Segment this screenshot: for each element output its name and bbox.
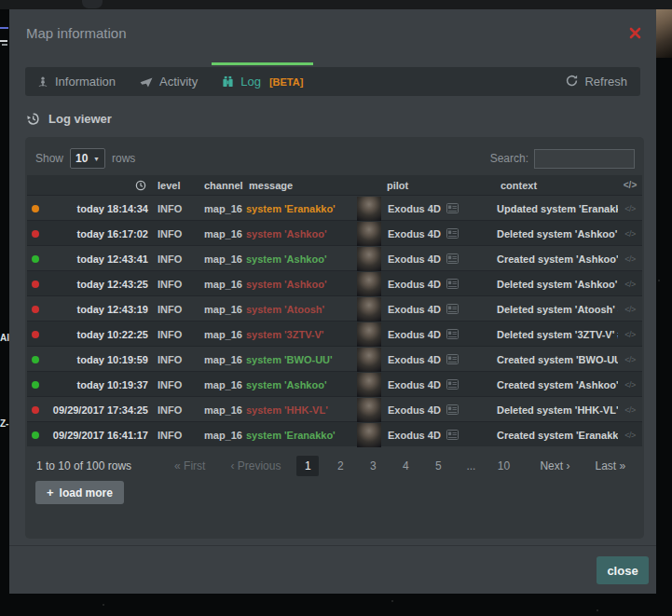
refresh-icon <box>566 75 578 89</box>
pilot-name: Exodus 4D <box>388 228 441 240</box>
log-panel: Show 10 ▼ rows Search: level channel mes… <box>25 137 644 539</box>
code-icon[interactable]: </> <box>618 330 642 339</box>
id-card-icon[interactable] <box>446 304 459 314</box>
table-row[interactable]: 09/29/2017 17:34:25 INFO map_16 system '… <box>27 396 642 421</box>
search-input[interactable] <box>534 149 635 169</box>
table-row[interactable]: today 12:43:19 INFO map_16 system 'Atoos… <box>27 295 642 321</box>
id-card-icon[interactable] <box>446 354 459 364</box>
page-size-select[interactable]: 10 ▼ <box>70 148 105 169</box>
table-row[interactable]: today 12:43:25 INFO map_16 system 'Ashko… <box>27 270 642 295</box>
id-card-icon[interactable] <box>446 203 459 213</box>
refresh-button[interactable]: Refresh <box>566 75 640 89</box>
code-icon[interactable]: </> <box>618 431 642 440</box>
table-row[interactable]: today 10:19:37 INFO map_16 system 'Ashko… <box>27 371 642 396</box>
close-icon[interactable] <box>629 26 641 38</box>
pilot-name: Exodus 4D <box>388 379 441 390</box>
status-dot <box>32 331 39 338</box>
table-row[interactable]: today 16:17:02 INFO map_16 system 'Ashko… <box>27 220 642 245</box>
code-icon[interactable]: </> <box>618 280 642 289</box>
pagination-first[interactable]: « First <box>174 459 205 472</box>
load-more-label: load more <box>60 486 113 500</box>
pagination-next[interactable]: Next › <box>540 459 569 472</box>
log-context: Created system 'Ashkoo' ... <box>497 379 618 390</box>
binoculars-icon <box>222 75 234 88</box>
id-card-icon[interactable] <box>446 379 459 390</box>
code-icon[interactable]: </> <box>618 254 642 264</box>
rows-label: rows <box>112 152 135 165</box>
pilot-avatar <box>357 398 381 422</box>
code-icon[interactable]: </> <box>618 229 642 239</box>
log-channel: map_16 <box>200 203 245 214</box>
pagination-page-10[interactable]: 10 <box>492 456 514 476</box>
pagination-previous[interactable]: ‹ Previous <box>230 459 281 472</box>
pagination-page-1[interactable]: 1 <box>296 456 319 476</box>
tab-log[interactable]: Log [BETA] <box>210 67 315 96</box>
pilot-cell: Exodus 4D <box>357 422 497 447</box>
log-message: system 'BWO-UU' <box>245 354 357 365</box>
header-message[interactable]: message <box>245 180 357 191</box>
log-message: system 'Ashkoo' <box>245 253 357 265</box>
pagination-page-5[interactable]: 5 <box>427 456 449 476</box>
pilot-avatar <box>357 297 381 322</box>
show-label: Show <box>35 152 63 165</box>
pilot-avatar <box>357 272 381 296</box>
dialog-title: Map information <box>26 25 127 41</box>
tab-information[interactable]: Information <box>25 67 128 96</box>
pilot-avatar <box>357 222 381 246</box>
background-star <box>103 604 104 606</box>
pilot-cell: Exodus 4D <box>357 221 497 246</box>
id-card-icon[interactable] <box>446 253 459 264</box>
background-portrait-fragment <box>655 9 672 58</box>
pagination-page-4[interactable]: 4 <box>394 456 417 476</box>
load-more-button[interactable]: + load more <box>35 481 124 504</box>
table-row[interactable]: today 10:22:25 INFO map_16 system '3ZTV-… <box>27 321 642 346</box>
log-channel: map_16 <box>200 228 245 240</box>
log-channel: map_16 <box>200 430 245 441</box>
search-label: Search: <box>490 152 528 165</box>
tab-label: Information <box>55 75 116 89</box>
id-card-icon[interactable] <box>446 430 459 440</box>
background-system-label: Z- <box>0 418 8 429</box>
header-pilot[interactable]: pilot <box>357 180 497 191</box>
id-card-icon[interactable] <box>446 329 459 339</box>
pilot-name: Exodus 4D <box>388 253 441 265</box>
log-time: today 10:19:37 <box>44 379 154 390</box>
status-dot <box>32 381 39 389</box>
pagination-last[interactable]: Last » <box>595 459 625 472</box>
pagination-page-3[interactable]: 3 <box>362 456 384 476</box>
log-context: Created system 'BWO-UU'... <box>497 354 618 365</box>
tab-activity[interactable]: Activity <box>128 67 210 96</box>
close-button[interactable]: close <box>597 556 649 584</box>
code-icon[interactable]: </> <box>618 204 642 213</box>
code-icon[interactable]: </> <box>618 355 642 364</box>
header-level[interactable]: level <box>154 180 200 191</box>
clock-icon[interactable] <box>44 180 154 191</box>
id-card-icon[interactable] <box>446 404 459 415</box>
pilot-cell: Exodus 4D <box>357 347 497 372</box>
log-level: INFO <box>154 329 200 340</box>
pagination-page-2[interactable]: 2 <box>329 456 351 476</box>
table-header-row: level channel message pilot context </> <box>27 175 642 195</box>
log-channel: map_16 <box>200 354 245 365</box>
header-channel[interactable]: channel <box>200 180 245 191</box>
log-message: system 'Atoosh' <box>245 304 357 315</box>
log-level: INFO <box>154 253 200 265</box>
code-icon[interactable]: </> <box>618 305 642 314</box>
id-card-icon[interactable] <box>446 228 459 239</box>
header-context[interactable]: context <box>497 180 618 191</box>
table-row[interactable]: today 12:43:41 INFO map_16 system 'Ashko… <box>27 245 642 270</box>
table-row[interactable]: today 10:19:59 INFO map_16 system 'BWO-U… <box>27 346 642 371</box>
status-dot <box>32 406 39 414</box>
table-row[interactable]: today 18:14:34 INFO map_16 system 'Erana… <box>27 195 642 220</box>
status-dot <box>32 431 39 439</box>
code-icon[interactable]: </> <box>618 380 642 390</box>
status-dot <box>32 205 39 212</box>
id-card-icon[interactable] <box>446 279 459 289</box>
log-context: Deleted system '3ZTV-V' #... <box>497 329 618 340</box>
table-row[interactable]: 09/29/2017 16:41:17 INFO map_16 system '… <box>27 421 642 446</box>
log-level: INFO <box>154 379 200 390</box>
code-icon[interactable]: </> <box>618 405 642 415</box>
log-message: system 'Eranakko' <box>245 203 357 214</box>
background-top-tab <box>82 0 103 8</box>
log-message: system 'HHK-VL' <box>245 404 357 416</box>
